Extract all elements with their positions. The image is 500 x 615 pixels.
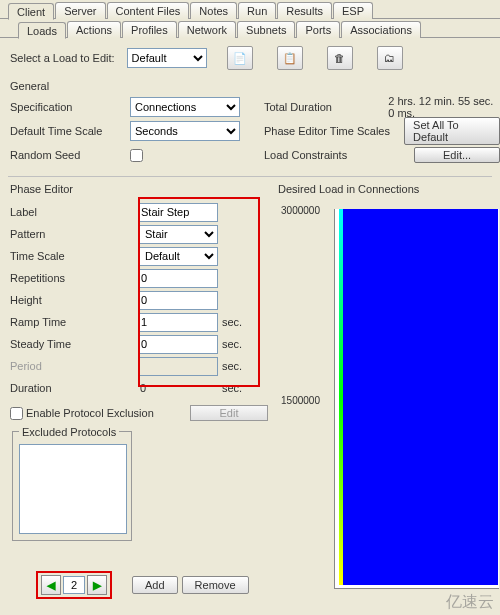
y-tick-0: 3000000 — [265, 205, 320, 216]
duration-label: Duration — [8, 382, 138, 394]
excluded-protocols-group: Excluded Protocols — [12, 431, 132, 541]
delete-icon[interactable]: 🗑 — [327, 46, 353, 70]
add-phase-button[interactable]: Add — [132, 576, 178, 594]
prev-phase-button[interactable]: ◀ — [41, 575, 61, 595]
load-constraints-label: Load Constraints — [264, 149, 414, 161]
phase-time-scales-label: Phase Editor Time Scales — [264, 125, 404, 137]
excluded-protocols-title: Excluded Protocols — [19, 426, 119, 438]
duration-unit: sec. — [222, 382, 242, 394]
remove-phase-button[interactable]: Remove — [182, 576, 249, 594]
sub-tabs: Loads Actions Profiles Network Subnets P… — [0, 19, 500, 38]
excluded-protocols-list[interactable] — [19, 444, 127, 534]
repetitions-input[interactable] — [138, 269, 218, 288]
ramp-time-input[interactable] — [138, 313, 218, 332]
tab-subnets[interactable]: Subnets — [237, 21, 295, 38]
tab-network[interactable]: Network — [178, 21, 236, 38]
chart-title: Desired Load in Connections — [276, 183, 492, 195]
random-seed-checkbox[interactable] — [130, 149, 143, 162]
random-seed-label: Random Seed — [10, 149, 130, 161]
time-scale-select[interactable]: Default — [138, 247, 218, 266]
label-input[interactable] — [138, 203, 218, 222]
steady-time-label: Steady Time — [8, 338, 138, 350]
phase-nav-row: ◀ ▶ Add Remove — [36, 571, 249, 599]
tab-ports[interactable]: Ports — [296, 21, 340, 38]
label-label: Label — [8, 206, 138, 218]
properties-icon[interactable]: 🗂 — [377, 46, 403, 70]
steady-time-input[interactable] — [138, 335, 218, 354]
constraints-edit-button[interactable]: Edit... — [414, 147, 500, 163]
repetitions-label: Repetitions — [8, 272, 138, 284]
time-scale-label: Time Scale — [8, 250, 138, 262]
specification-label: Specification — [10, 101, 130, 113]
total-duration-value: 2 hrs. 12 min. 55 sec. 0 ms. — [388, 95, 500, 119]
select-load-dropdown[interactable]: Default — [127, 48, 207, 68]
specification-select[interactable]: Connections — [130, 97, 240, 117]
chart-plot-area — [334, 209, 499, 589]
enable-protocol-exclusion-label: Enable Protocol Exclusion — [26, 407, 154, 419]
default-time-scale-label: Default Time Scale — [10, 125, 130, 137]
load-select-row: Select a Load to Edit: Default 📄 📋 🗑 🗂 — [0, 38, 500, 78]
steady-time-unit: sec. — [222, 338, 242, 350]
ramp-time-unit: sec. — [222, 316, 242, 328]
tab-results[interactable]: Results — [277, 2, 332, 19]
next-phase-button[interactable]: ▶ — [87, 575, 107, 595]
ramp-time-label: Ramp Time — [8, 316, 138, 328]
total-duration-label: Total Duration — [264, 101, 388, 113]
tab-content-files[interactable]: Content Files — [107, 2, 190, 19]
tab-associations[interactable]: Associations — [341, 21, 421, 38]
protocol-exclusion-edit-button: Edit — [190, 405, 268, 421]
enable-protocol-exclusion-checkbox[interactable] — [10, 407, 23, 420]
phase-index-input[interactable] — [63, 576, 85, 594]
highlight-box-nav: ◀ ▶ — [36, 571, 112, 599]
tab-run[interactable]: Run — [238, 2, 276, 19]
tab-notes[interactable]: Notes — [190, 2, 237, 19]
default-time-scale-select[interactable]: Seconds — [130, 121, 240, 141]
watermark: 亿速云 — [446, 592, 494, 613]
duration-value: 0 — [138, 382, 218, 394]
new-icon[interactable]: 📄 — [227, 46, 253, 70]
period-unit: sec. — [222, 360, 242, 372]
pattern-select[interactable]: Stair — [138, 225, 218, 244]
copy-icon[interactable]: 📋 — [277, 46, 303, 70]
general-title: General — [0, 78, 500, 96]
phase-editor-title: Phase Editor — [8, 183, 268, 195]
top-tabs: Client Server Content Files Notes Run Re… — [0, 0, 500, 19]
tab-actions[interactable]: Actions — [67, 21, 121, 38]
y-tick-1: 1500000 — [265, 395, 320, 406]
pattern-label: Pattern — [8, 228, 138, 240]
select-load-label: Select a Load to Edit: — [10, 52, 115, 64]
period-label: Period — [8, 360, 138, 372]
chart-canvas: 3000000 1500000 — [276, 201, 492, 601]
period-input — [138, 357, 218, 376]
tab-client[interactable]: Client — [8, 3, 54, 20]
tab-server[interactable]: Server — [55, 2, 105, 19]
tab-esp[interactable]: ESP — [333, 2, 373, 19]
height-input[interactable] — [138, 291, 218, 310]
height-label: Height — [8, 294, 138, 306]
chart-series-area — [343, 209, 498, 585]
set-all-default-button[interactable]: Set All To Default — [404, 117, 500, 145]
tab-profiles[interactable]: Profiles — [122, 21, 177, 38]
tab-loads[interactable]: Loads — [18, 22, 66, 39]
